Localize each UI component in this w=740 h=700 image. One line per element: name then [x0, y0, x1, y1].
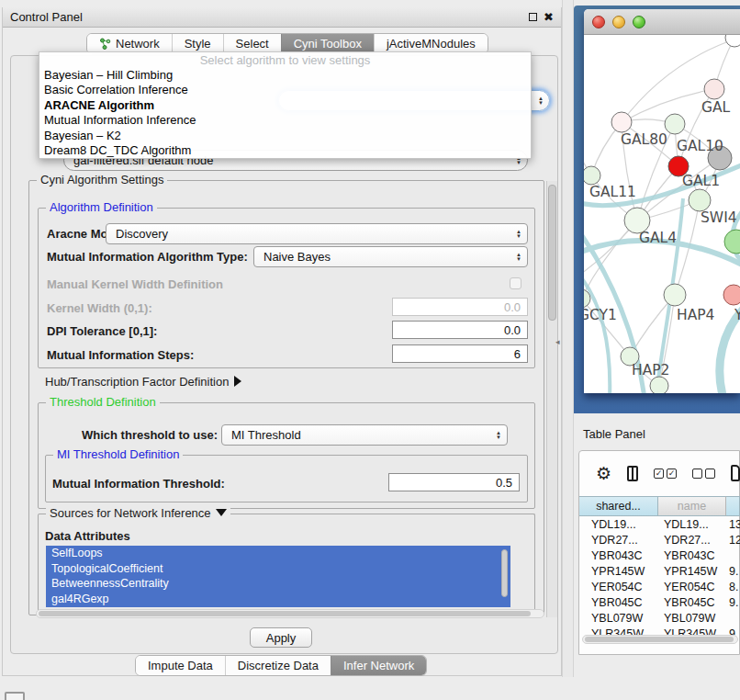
node-gal80[interactable]: [611, 112, 632, 132]
column-header-shared[interactable]: shared...: [579, 496, 658, 516]
table-row[interactable]: YER054CYER054C8.: [579, 580, 740, 595]
label-gal4: GAL4: [639, 230, 677, 246]
table-row[interactable]: YBL079WYBL079W: [579, 611, 740, 627]
tab-style[interactable]: Style: [172, 34, 223, 53]
table-cell: YPR145W: [579, 564, 658, 580]
apply-button[interactable]: Apply: [250, 627, 312, 648]
which-threshold-label: Which threshold to use:: [82, 428, 218, 442]
horizontal-scrollbar[interactable]: [36, 609, 544, 618]
node-swi4[interactable]: [689, 189, 711, 211]
control-panel-title: Control Panel: [10, 10, 83, 24]
mi-steps-field[interactable]: 6: [392, 344, 528, 363]
columns-icon[interactable]: [627, 466, 638, 481]
table-row[interactable]: YDL19...YDL19...13: [579, 517, 740, 533]
close-panel-icon[interactable]: ✖: [544, 13, 554, 22]
table-row[interactable]: YBR043CYBR043C: [579, 548, 740, 564]
data-attribute-item[interactable]: gal4RGexp: [46, 592, 510, 607]
table-cell: [726, 548, 740, 564]
tab-impute-data[interactable]: Impute Data: [136, 656, 225, 675]
network-icon: [99, 38, 111, 50]
column-header-name[interactable]: name: [658, 496, 726, 516]
table-row[interactable]: YLR345WYLR345W9.: [579, 627, 740, 635]
which-threshold-combo[interactable]: MI Threshold ▲▼: [221, 424, 508, 446]
settings-scrollbar-thumb[interactable]: [548, 185, 556, 321]
algorithm-option[interactable]: Bayesian – K2: [39, 129, 531, 143]
tab-select[interactable]: Select: [223, 34, 281, 53]
column-header-cut[interactable]: [726, 496, 740, 516]
table-cell: YBR045C: [579, 595, 658, 611]
mi-threshold-field[interactable]: 0.5: [388, 473, 520, 491]
node[interactable]: [725, 35, 740, 47]
aracne-mode-combo[interactable]: Discovery ▲▼: [106, 223, 528, 244]
node-y-cut[interactable]: [723, 285, 740, 305]
deselect-all-icon[interactable]: [692, 469, 715, 479]
stepper-icon: ▲▼: [538, 96, 544, 106]
table-cell: YDR27...: [658, 533, 726, 548]
node-gal-cut[interactable]: [704, 79, 724, 99]
node-gal10[interactable]: [665, 114, 685, 134]
node-green[interactable]: [724, 230, 740, 254]
node-gal11[interactable]: [584, 166, 600, 185]
dpi-tolerance-field[interactable]: 0.0: [392, 321, 528, 339]
table-cell: YPR145W: [658, 564, 726, 580]
tab-cyni-toolbox[interactable]: Cyni Toolbox: [281, 34, 374, 53]
settings-scrollbar[interactable]: [546, 181, 557, 617]
manual-kernel-label: Manual Kernel Width Definition: [47, 277, 223, 291]
label-gal10: GAL10: [677, 138, 723, 154]
table-scrollbar-thumb[interactable]: [585, 637, 734, 642]
table-row[interactable]: YDR27...YDR27...12: [579, 533, 740, 548]
tab-infer-network[interactable]: Infer Network: [331, 656, 426, 675]
new-table-icon[interactable]: [731, 465, 740, 481]
close-traffic-icon[interactable]: [592, 16, 605, 28]
table-cell: YER054C: [579, 580, 658, 595]
data-attributes-list[interactable]: SelfLoopsTopologicalCoefficientBetweenne…: [46, 546, 510, 607]
sources-group-title[interactable]: Sources for Network Inference: [46, 506, 230, 520]
tab-discretize-data[interactable]: Discretize Data: [225, 656, 331, 675]
algorithm-option[interactable]: Basic Correlation Inference: [39, 83, 531, 97]
tab-jactivemnodules[interactable]: jActiveMNodules: [374, 34, 488, 53]
mi-type-value: Naive Bayes: [263, 250, 510, 264]
algorithm-options: Bayesian – Hill ClimbingBasic Correlatio…: [39, 68, 531, 158]
table-horizontal-scrollbar[interactable]: [582, 635, 738, 644]
table-row[interactable]: YBR045CYBR045C9.: [579, 595, 740, 611]
float-window-icon[interactable]: [529, 13, 537, 21]
gear-icon[interactable]: ⚙: [596, 463, 611, 484]
tab-discretize-data-label: Discretize Data: [238, 659, 319, 672]
table-row[interactable]: YPR145WYPR145W9.: [579, 564, 740, 580]
mi-type-combo[interactable]: Naive Bayes ▲▼: [253, 246, 528, 267]
settings-group-title: Cyni Algorithm Settings: [37, 173, 167, 186]
label-gal1: GAL1: [682, 173, 720, 189]
network-canvas[interactable]: GAL GAL80 GAL10 GAL1 GAL11 SWI4 GAL4 GCY…: [584, 35, 740, 393]
stepper-icon: ▲▼: [516, 230, 521, 239]
node-hap4[interactable]: [664, 284, 686, 306]
splitter-handle-icon[interactable]: ◂: [555, 337, 560, 346]
label-swi4: SWI4: [701, 209, 737, 226]
data-attribute-item[interactable]: TopologicalCoefficient: [46, 561, 510, 577]
data-attribute-item[interactable]: SelfLoops: [46, 546, 510, 561]
expand-right-icon: [234, 376, 241, 387]
algorithm-option[interactable]: Dream8 DC_TDC Algorithm: [39, 143, 531, 158]
table-cell: 9.: [726, 564, 740, 580]
algorithm-option[interactable]: Mutual Information Inference: [39, 113, 531, 128]
data-attribute-item[interactable]: BetweennessCentrality: [46, 576, 510, 592]
stepper-icon: ▲▼: [496, 431, 501, 440]
kernel-width-field[interactable]: 0.0: [392, 298, 528, 316]
mi-steps-label: Mutual Information Steps:: [47, 348, 194, 362]
hub-definition-toggle[interactable]: Hub/Transcription Factor Definition: [45, 375, 241, 389]
label-hap4: HAP4: [677, 307, 714, 323]
minimize-traffic-icon[interactable]: [612, 16, 625, 28]
table-panel: ⚙ ✓✓ shared... name YDL19...YDL19...13YD…: [578, 450, 740, 655]
algorithm-option[interactable]: ARACNE Algorithm: [39, 98, 531, 113]
list-scrollbar-thumb[interactable]: [501, 549, 508, 597]
panel-splitter[interactable]: [562, 0, 574, 677]
zoom-traffic-icon[interactable]: [633, 16, 645, 28]
tab-network-label: Network: [116, 37, 160, 51]
minimized-panel-icon[interactable]: [5, 692, 25, 700]
label-hap2: HAP2: [632, 362, 669, 378]
tab-network[interactable]: Network: [87, 34, 172, 53]
horizontal-scrollbar-thumb[interactable]: [39, 611, 531, 616]
node-bottom[interactable]: [650, 377, 668, 393]
manual-kernel-checkbox[interactable]: [510, 277, 521, 289]
select-all-icon[interactable]: ✓✓: [654, 469, 677, 479]
algorithm-option[interactable]: Bayesian – Hill Climbing: [39, 68, 531, 83]
